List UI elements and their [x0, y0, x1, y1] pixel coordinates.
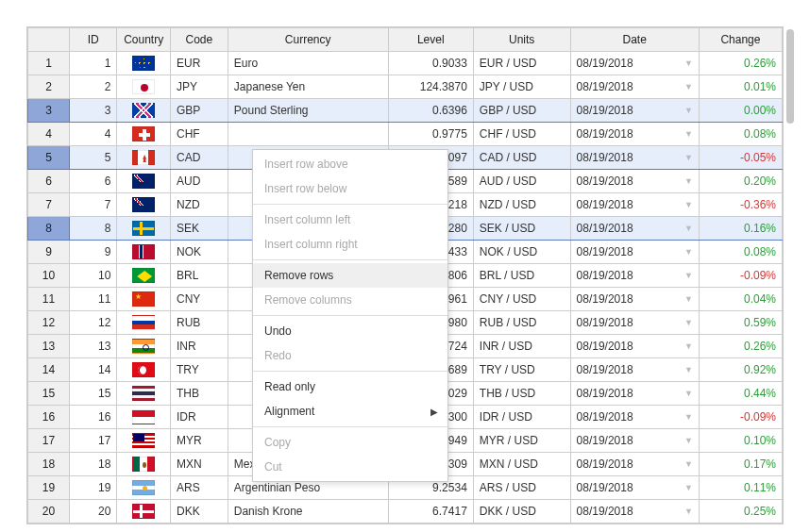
row-header[interactable]: 19 — [28, 476, 70, 500]
row-header[interactable]: 9 — [28, 241, 70, 264]
cell-units[interactable]: BRL / USD — [473, 264, 570, 288]
row-header[interactable]: 3 — [28, 99, 70, 123]
row-header[interactable]: 11 — [28, 288, 70, 311]
cell-code[interactable]: THB — [170, 382, 228, 406]
cell-code[interactable]: AUD — [170, 170, 228, 193]
cell-level[interactable]: 124.3870 — [388, 75, 473, 99]
cell-units[interactable]: GBP / USD — [473, 99, 570, 123]
cell-level[interactable]: 0.6396 — [388, 99, 473, 123]
cell-id[interactable]: 3 — [70, 99, 117, 123]
cell-change[interactable]: 0.20% — [699, 170, 782, 193]
row-header[interactable]: 20 — [28, 500, 70, 524]
row-header[interactable]: 8 — [28, 217, 70, 241]
table-row[interactable]: 22JPYJapanese Yen124.3870JPY / USD08/19/… — [28, 75, 783, 99]
cell-units[interactable]: CAD / USD — [473, 146, 570, 170]
cell-code[interactable]: CHF — [170, 123, 228, 146]
cell-units[interactable]: JPY / USD — [473, 75, 570, 99]
col-header-code[interactable]: Code — [170, 28, 228, 52]
cell-code[interactable]: MYR — [170, 429, 228, 453]
cell-country[interactable] — [117, 264, 171, 288]
table-row[interactable]: 33GBPPound Sterling0.6396GBP / USD08/19/… — [28, 99, 783, 123]
cell-code[interactable]: RUB — [170, 311, 228, 335]
cell-code[interactable]: ARS — [170, 476, 228, 500]
cell-change[interactable]: 0.17% — [699, 453, 782, 476]
col-header-units[interactable]: Units — [473, 28, 570, 52]
row-header[interactable]: 7 — [28, 193, 70, 217]
cell-level[interactable]: 6.7417 — [388, 500, 473, 524]
cell-units[interactable]: CNY / USD — [473, 288, 570, 311]
table-row[interactable]: 11EUREuro0.9033EUR / USD08/19/2018▼0.26% — [28, 52, 783, 75]
cell-change[interactable]: 0.00% — [699, 99, 782, 123]
cell-country[interactable] — [117, 52, 171, 75]
row-header[interactable]: 6 — [28, 170, 70, 193]
cell-code[interactable]: SEK — [170, 217, 228, 241]
cell-country[interactable] — [117, 146, 171, 170]
col-header-level[interactable]: Level — [388, 28, 473, 52]
cell-code[interactable]: DKK — [170, 500, 228, 524]
cell-change[interactable]: 0.16% — [699, 217, 782, 241]
cell-id[interactable]: 11 — [70, 288, 117, 311]
cell-country[interactable] — [117, 453, 171, 476]
cell-date[interactable]: 08/19/2018▼ — [570, 99, 699, 123]
cell-change[interactable]: 0.04% — [699, 288, 782, 311]
cell-change[interactable]: 0.01% — [699, 75, 782, 99]
cell-country[interactable] — [117, 99, 171, 123]
cell-country[interactable] — [117, 241, 171, 264]
cell-date[interactable]: 08/19/2018▼ — [570, 476, 699, 500]
menu-item[interactable]: Read only — [253, 374, 447, 399]
cell-id[interactable]: 5 — [70, 146, 117, 170]
cell-level[interactable]: 0.9033 — [388, 52, 473, 75]
cell-id[interactable]: 20 — [70, 500, 117, 524]
col-header-change[interactable]: Change — [699, 28, 782, 52]
cell-id[interactable]: 8 — [70, 217, 117, 241]
col-header-country[interactable]: Country — [117, 28, 171, 52]
cell-units[interactable]: EUR / USD — [473, 52, 570, 75]
cell-change[interactable]: -0.05% — [699, 146, 782, 170]
cell-change[interactable]: 0.26% — [699, 52, 782, 75]
cell-change[interactable]: 0.11% — [699, 476, 782, 500]
cell-units[interactable]: CHF / USD — [473, 123, 570, 146]
col-header-date[interactable]: Date — [570, 28, 699, 52]
cell-code[interactable]: BRL — [170, 264, 228, 288]
cell-change[interactable]: 0.10% — [699, 429, 782, 453]
cell-date[interactable]: 08/19/2018▼ — [570, 406, 699, 429]
cell-units[interactable]: INR / USD — [473, 335, 570, 358]
cell-id[interactable]: 12 — [70, 311, 117, 335]
col-header-id[interactable]: ID — [70, 28, 117, 52]
cell-id[interactable]: 17 — [70, 429, 117, 453]
table-row[interactable]: 44CHF0.9775CHF / USD08/19/2018▼0.08% — [28, 123, 783, 146]
spreadsheet[interactable]: ID Country Code Currency Level Units Dat… — [26, 26, 784, 524]
cell-id[interactable]: 16 — [70, 406, 117, 429]
table-row[interactable]: 2020DKKDanish Krone6.7417DKK / USD08/19/… — [28, 500, 783, 524]
row-header[interactable]: 16 — [28, 406, 70, 429]
cell-units[interactable]: DKK / USD — [473, 500, 570, 524]
corner-cell[interactable] — [28, 28, 70, 52]
cell-country[interactable] — [117, 123, 171, 146]
cell-code[interactable]: MXN — [170, 453, 228, 476]
cell-code[interactable]: GBP — [170, 99, 228, 123]
vertical-scrollbar[interactable] — [786, 29, 794, 124]
cell-currency[interactable]: Japanese Yen — [228, 75, 388, 99]
cell-date[interactable]: 08/19/2018▼ — [570, 500, 699, 524]
row-header[interactable]: 4 — [28, 123, 70, 146]
cell-code[interactable]: CAD — [170, 146, 228, 170]
menu-item[interactable]: Remove rows — [253, 263, 447, 288]
cell-currency[interactable]: Euro — [228, 52, 388, 75]
cell-date[interactable]: 08/19/2018▼ — [570, 241, 699, 264]
cell-country[interactable] — [117, 193, 171, 217]
cell-code[interactable]: INR — [170, 335, 228, 358]
cell-country[interactable] — [117, 500, 171, 524]
cell-country[interactable] — [117, 75, 171, 99]
cell-id[interactable]: 6 — [70, 170, 117, 193]
cell-id[interactable]: 4 — [70, 123, 117, 146]
cell-change[interactable]: 0.59% — [699, 311, 782, 335]
cell-id[interactable]: 19 — [70, 476, 117, 500]
cell-date[interactable]: 08/19/2018▼ — [570, 75, 699, 99]
cell-units[interactable]: IDR / USD — [473, 406, 570, 429]
cell-id[interactable]: 15 — [70, 382, 117, 406]
cell-change[interactable]: 0.25% — [699, 500, 782, 524]
cell-id[interactable]: 2 — [70, 75, 117, 99]
cell-units[interactable]: TRY / USD — [473, 358, 570, 382]
cell-date[interactable]: 08/19/2018▼ — [570, 217, 699, 241]
cell-level[interactable]: 0.9775 — [388, 123, 473, 146]
